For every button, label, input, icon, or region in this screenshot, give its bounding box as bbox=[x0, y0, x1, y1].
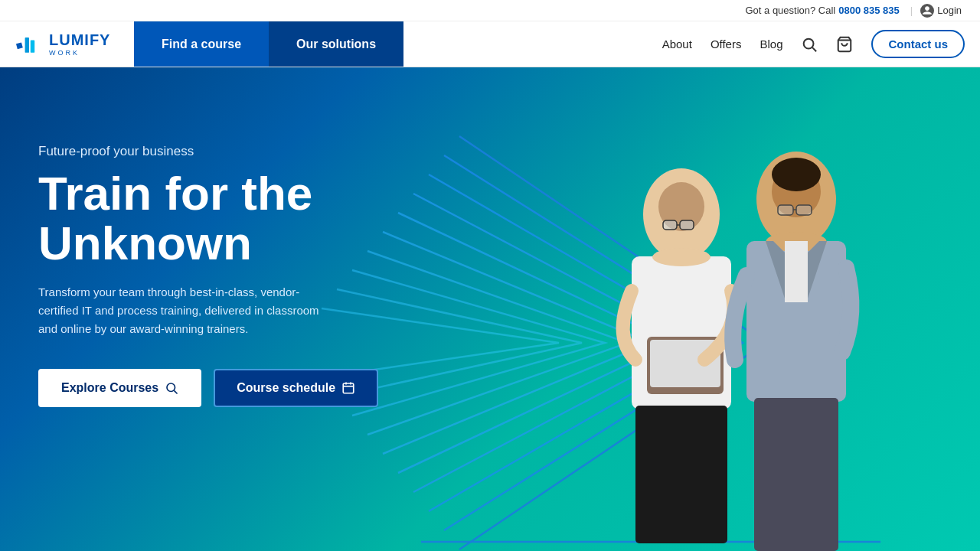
hero-buttons: Explore Courses Course schedule bbox=[38, 369, 398, 407]
svg-rect-23 bbox=[778, 205, 793, 215]
logo-icon bbox=[15, 31, 43, 58]
svg-rect-19 bbox=[635, 406, 727, 543]
hero-title: Train for the Unknown bbox=[38, 168, 398, 268]
offers-link[interactable]: Offers bbox=[710, 37, 742, 51]
nav-secondary: About Offers Blog Contact us bbox=[647, 21, 980, 67]
question-text: Got a question? Call bbox=[745, 5, 835, 16]
our-solutions-label: Our solutions bbox=[296, 37, 376, 51]
our-solutions-nav[interactable]: Our solutions bbox=[269, 21, 403, 67]
blog-link[interactable]: Blog bbox=[760, 37, 782, 51]
login-label: Login bbox=[937, 5, 962, 16]
svg-rect-2 bbox=[31, 40, 34, 52]
hero-content: Future-proof your business Train for the… bbox=[38, 144, 398, 407]
svg-point-22 bbox=[772, 158, 821, 191]
explore-courses-label: Explore Courses bbox=[61, 381, 158, 395]
svg-rect-14 bbox=[663, 220, 677, 230]
svg-rect-15 bbox=[680, 220, 694, 230]
hero-title-line2: Unknown bbox=[38, 217, 252, 269]
top-bar: Got a question? Call 0800 835 835 | Logi… bbox=[0, 0, 980, 21]
phone-number: 0800 835 835 bbox=[838, 5, 900, 16]
cart-button[interactable] bbox=[836, 36, 853, 53]
svg-point-3 bbox=[804, 38, 814, 48]
logo-area[interactable]: LUMIFY WORK bbox=[0, 21, 134, 67]
find-course-label: Find a course bbox=[162, 37, 241, 51]
svg-rect-1 bbox=[25, 37, 29, 53]
main-nav: LUMIFY WORK Find a course Our solutions … bbox=[0, 21, 980, 67]
logo-name: LUMIFY bbox=[49, 31, 110, 49]
course-schedule-label: Course schedule bbox=[237, 381, 335, 395]
svg-line-4 bbox=[813, 47, 817, 51]
contact-us-button[interactable]: Contact us bbox=[871, 30, 965, 58]
login-icon bbox=[920, 4, 934, 18]
svg-rect-0 bbox=[16, 42, 23, 49]
calendar-icon bbox=[341, 381, 355, 395]
course-schedule-button[interactable]: Course schedule bbox=[214, 369, 378, 407]
hero-section: Future-proof your business Train for the… bbox=[0, 67, 980, 551]
svg-point-13 bbox=[652, 248, 710, 266]
svg-point-32 bbox=[167, 383, 175, 392]
explore-courses-button[interactable]: Explore Courses bbox=[38, 369, 201, 407]
nav-primary: Find a course Our solutions bbox=[134, 21, 647, 67]
divider: | bbox=[910, 5, 913, 16]
svg-line-33 bbox=[175, 391, 178, 394]
hero-title-line1: Train for the bbox=[38, 167, 312, 220]
login-button[interactable]: Login bbox=[920, 4, 962, 18]
svg-rect-30 bbox=[785, 241, 808, 302]
hero-description: Transform your team through best-in-clas… bbox=[38, 283, 337, 338]
hero-tagline: Future-proof your business bbox=[38, 144, 398, 159]
about-link[interactable]: About bbox=[662, 37, 692, 51]
svg-rect-34 bbox=[343, 383, 354, 393]
logo-text-group: LUMIFY WORK bbox=[49, 31, 110, 57]
search-icon bbox=[165, 381, 178, 395]
find-course-nav[interactable]: Find a course bbox=[134, 21, 269, 67]
logo-tagword: WORK bbox=[49, 49, 110, 57]
svg-rect-24 bbox=[796, 205, 812, 215]
hero-people-image bbox=[490, 77, 980, 551]
svg-rect-31 bbox=[754, 398, 838, 551]
logo: LUMIFY WORK bbox=[15, 31, 110, 58]
search-button[interactable] bbox=[801, 36, 818, 53]
